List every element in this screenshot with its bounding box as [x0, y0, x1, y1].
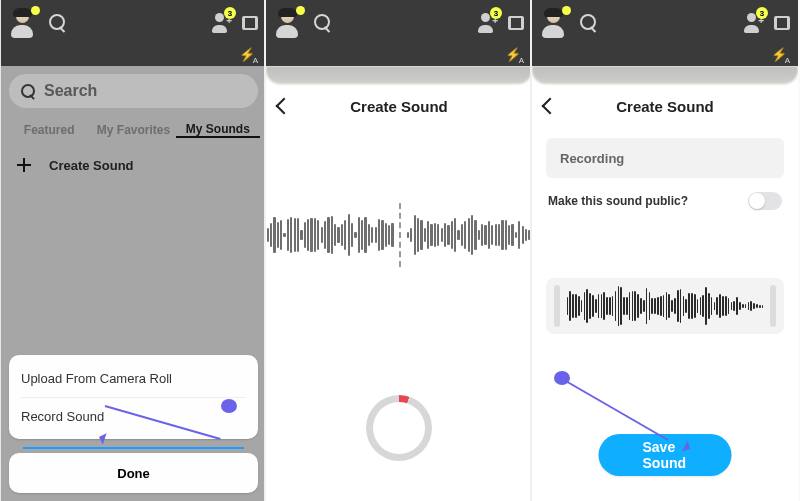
sound-name-value: Recording: [560, 151, 624, 166]
tab-featured[interactable]: Featured: [7, 123, 91, 137]
flash-icon[interactable]: ⚡A: [771, 47, 788, 65]
app-top-bar: + 3: [266, 0, 532, 46]
option-record-sound[interactable]: Record Sound: [21, 397, 246, 435]
app-top-bar: + 3: [532, 0, 798, 46]
search-icon[interactable]: [49, 14, 67, 32]
app-top-bar: + 3: [1, 0, 266, 46]
make-public-row: Make this sound public?: [546, 178, 784, 224]
panel-sounds-sheet: + 3 ⚡A Search Featured My Favorites My S…: [0, 0, 266, 501]
back-icon[interactable]: [276, 98, 293, 115]
flash-icon[interactable]: ⚡A: [239, 47, 256, 65]
action-sheet: Upload From Camera Roll Record Sound Don…: [9, 355, 258, 493]
sounds-tabs: Featured My Favorites My Sounds: [1, 116, 266, 144]
search-placeholder: Search: [44, 82, 97, 100]
profile-avatar[interactable]: [538, 8, 568, 38]
page-title: Create Sound: [616, 98, 714, 115]
live-waveform: [266, 200, 532, 270]
friend-request-badge: 3: [224, 7, 236, 19]
camera-subbar: ⚡A: [1, 46, 266, 66]
back-icon[interactable]: [542, 98, 559, 115]
page-title: Create Sound: [350, 98, 448, 115]
camera-subbar: ⚡A: [266, 46, 532, 66]
search-icon[interactable]: [580, 14, 598, 32]
flip-camera-icon[interactable]: [506, 13, 526, 33]
search-icon: [21, 84, 36, 99]
flip-camera-icon[interactable]: [772, 13, 792, 33]
camera-subbar: ⚡A: [532, 46, 798, 66]
create-sound-label: Create Sound: [49, 158, 134, 173]
save-sound-button[interactable]: Save Sound: [599, 434, 732, 476]
option-upload-camera-roll[interactable]: Upload From Camera Roll: [21, 359, 246, 397]
friend-request-badge: 3: [490, 7, 502, 19]
plus-icon: [15, 156, 33, 174]
profile-avatar[interactable]: [272, 8, 302, 38]
add-friend-icon[interactable]: + 3: [742, 13, 764, 33]
action-sheet-done-button[interactable]: Done: [9, 453, 258, 493]
panel-save-sound: + 3 ⚡A Create Sound Recording Make this …: [532, 0, 798, 501]
avatar-notification-dot: [31, 6, 40, 15]
make-public-toggle[interactable]: [748, 192, 782, 210]
create-sound-header: Create Sound: [266, 84, 532, 128]
tutorial-screenshot-row: + 3 ⚡A Search Featured My Favorites My S…: [0, 0, 800, 501]
sound-name-field[interactable]: Recording: [546, 138, 784, 178]
record-progress-ring: [366, 395, 432, 461]
search-icon[interactable]: [314, 14, 332, 32]
recorded-waveform-trimmer[interactable]: [546, 278, 784, 334]
flash-icon[interactable]: ⚡A: [505, 47, 522, 65]
save-sound-label: Save Sound: [643, 439, 688, 471]
panel-create-sound-recording: + 3 ⚡A Create Sound: [266, 0, 532, 501]
profile-avatar[interactable]: [7, 8, 37, 38]
add-friend-icon[interactable]: + 3: [210, 13, 232, 33]
sheet-divider: [23, 447, 244, 449]
add-friend-icon[interactable]: + 3: [476, 13, 498, 33]
flip-camera-icon[interactable]: [240, 13, 260, 33]
tab-favorites[interactable]: My Favorites: [91, 123, 175, 137]
create-sound-row[interactable]: Create Sound: [1, 144, 266, 186]
avatar-notification-dot: [296, 6, 305, 15]
trim-handle-right[interactable]: [770, 285, 776, 327]
tab-my-sounds[interactable]: My Sounds: [176, 122, 260, 138]
friend-request-badge: 3: [756, 7, 768, 19]
avatar-notification-dot: [562, 6, 571, 15]
record-button[interactable]: [366, 395, 432, 461]
sounds-search-field[interactable]: Search: [9, 74, 258, 108]
make-public-label: Make this sound public?: [548, 194, 688, 208]
action-sheet-options: Upload From Camera Roll Record Sound: [9, 355, 258, 439]
create-sound-header: Create Sound: [532, 84, 798, 128]
